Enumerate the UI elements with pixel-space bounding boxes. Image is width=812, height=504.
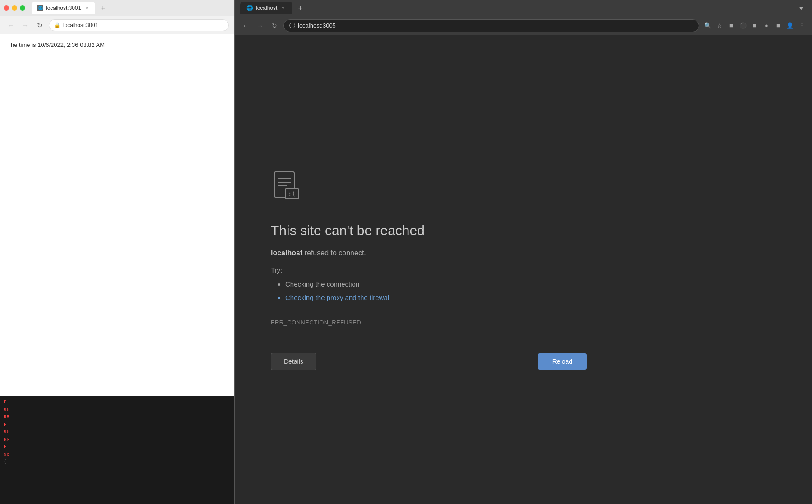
page-timestamp: The time is 10/6/2022, 2:36:08.82 AM [7, 42, 227, 48]
right-tab-label: localhost [256, 5, 277, 11]
error-buttons-row: Details Reload [271, 353, 587, 370]
error-subtitle-rest: refused to connect. [302, 249, 366, 257]
search-icon[interactable]: 🔍 [703, 21, 713, 31]
url-text-left: localhost:3001 [63, 22, 98, 28]
menu-icon[interactable]: ⋮ [797, 21, 807, 31]
extension-icon-1[interactable]: ⚫ [738, 21, 748, 31]
extension-icon-2[interactable]: ■ [750, 21, 760, 31]
favicon-left: 🌐 [37, 5, 43, 11]
reload-button-right[interactable]: ↻ [269, 20, 280, 31]
code-line-2: 96 [4, 406, 231, 414]
extension-icon-4[interactable]: ■ [773, 21, 783, 31]
suggestion-link-2[interactable]: Checking the proxy and the firewall [285, 294, 390, 301]
code-line-1: F [4, 398, 231, 406]
try-label: Try: [271, 266, 282, 274]
right-titlebar: 🌐 localhost × + ▼ [235, 0, 812, 16]
profile-icon[interactable]: 👤 [785, 21, 795, 31]
titlebar-chevron[interactable]: ▼ [796, 3, 807, 14]
error-icon: :( [271, 170, 302, 201]
info-icon-right: ⓘ [289, 22, 295, 30]
favicon-right: 🌐 [246, 5, 253, 11]
new-tab-button-left[interactable]: + [98, 3, 108, 13]
error-title: This site can't be reached [271, 223, 425, 238]
back-button-right[interactable]: ← [240, 20, 251, 31]
bookmark-icon[interactable]: ☆ [715, 21, 724, 31]
address-box-right[interactable]: ⓘ localhost:3005 [283, 19, 699, 32]
right-tab-close[interactable]: × [280, 5, 286, 11]
code-line-3: RR [4, 413, 231, 421]
left-tab-label: localhost:3001 [46, 5, 81, 11]
minimize-button-left[interactable] [12, 5, 17, 11]
traffic-lights [4, 5, 25, 11]
lock-icon-left: 🔒 [54, 22, 60, 28]
suggestion-text-1: Checking the connection [285, 280, 359, 288]
url-text-right: localhost:3005 [298, 22, 336, 29]
left-tab-close[interactable]: × [84, 5, 90, 11]
left-titlebar: 🌐 localhost:3001 × + [0, 0, 234, 16]
error-page: :( This site can't be reached localhost … [235, 35, 812, 504]
error-subtitle: localhost refused to connect. [271, 249, 366, 257]
right-browser-window: 🌐 localhost × + ▼ ← → ↻ ⓘ localhost:3005… [235, 0, 812, 504]
suggestion-item-1: Checking the connection [285, 277, 390, 291]
svg-text::(: :( [288, 190, 296, 197]
forward-button-right[interactable]: → [255, 20, 265, 31]
code-line-8: 96 [4, 451, 231, 458]
code-line-4: F [4, 421, 231, 429]
reload-button-left[interactable]: ↻ [34, 20, 45, 31]
forward-button-left[interactable]: → [20, 20, 31, 31]
left-page-content: The time is 10/6/2022, 2:36:08.82 AM [0, 34, 234, 396]
reload-button-error[interactable]: Reload [538, 353, 587, 370]
left-browser-window: 🌐 localhost:3001 × + ← → ↻ 🔒 localhost:3… [0, 0, 235, 504]
code-line-6: RR [4, 436, 231, 444]
toolbar-icons: 🔍 ☆ ■ ⚫ ■ ● ■ 👤 ⋮ [703, 21, 807, 31]
error-suggestions-list: Checking the connection Checking the pro… [271, 277, 390, 305]
error-code: ERR_CONNECTION_REFUSED [271, 319, 361, 326]
left-addressbar: ← → ↻ 🔒 localhost:3001 [0, 16, 234, 34]
extension-icon-3[interactable]: ● [761, 21, 771, 31]
star-icon[interactable]: ■ [726, 21, 736, 31]
address-box-left[interactable]: 🔒 localhost:3001 [49, 19, 229, 31]
details-button[interactable]: Details [271, 353, 316, 370]
suggestion-item-2[interactable]: Checking the proxy and the firewall [285, 291, 390, 305]
right-tab[interactable]: 🌐 localhost × [240, 2, 292, 14]
back-button-left[interactable]: ← [5, 20, 16, 31]
code-line-5: 96 [4, 428, 231, 436]
left-code-area: F 96 RR F 96 RR F 96 ( [0, 396, 234, 504]
right-addressbar: ← → ↻ ⓘ localhost:3005 🔍 ☆ ■ ⚫ ■ ● ■ 👤 ⋮ [235, 16, 812, 35]
new-tab-button-right[interactable]: + [295, 3, 305, 13]
close-button-left[interactable] [4, 5, 9, 11]
left-tab[interactable]: 🌐 localhost:3001 × [32, 2, 95, 14]
maximize-button-left[interactable] [20, 5, 25, 11]
code-line-7: F [4, 443, 231, 451]
code-line-9: ( [4, 458, 231, 466]
error-hostname: localhost [271, 249, 302, 257]
